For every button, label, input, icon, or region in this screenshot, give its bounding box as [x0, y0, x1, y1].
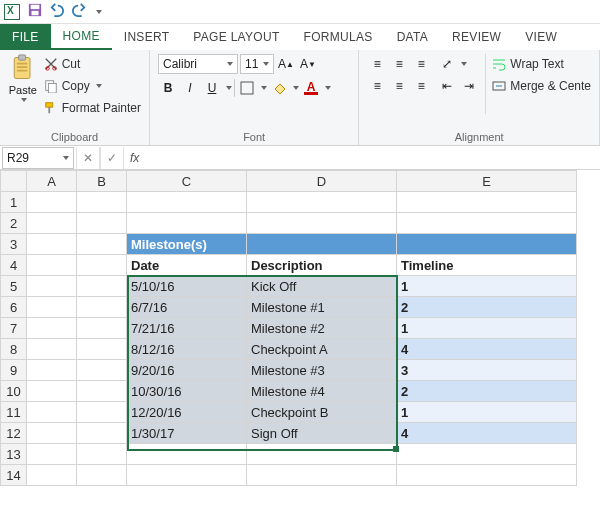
cell-E12[interactable]: 4 — [397, 423, 577, 444]
align-bottom-button[interactable]: ≡ — [411, 54, 431, 74]
cell-D4[interactable]: Description — [247, 255, 397, 276]
cell-E9[interactable]: 3 — [397, 360, 577, 381]
cell-D7[interactable]: Milestone #2 — [247, 318, 397, 339]
row-header[interactable]: 7 — [1, 318, 27, 339]
row-header[interactable]: 6 — [1, 297, 27, 318]
cell[interactable] — [127, 213, 247, 234]
decrease-font-button[interactable]: A▼ — [298, 54, 318, 74]
cell[interactable] — [127, 444, 247, 465]
bold-button[interactable]: B — [158, 78, 178, 98]
cell[interactable] — [77, 381, 127, 402]
orientation-dropdown-icon[interactable] — [461, 62, 467, 66]
borders-dropdown-icon[interactable] — [261, 86, 267, 90]
row-header[interactable]: 12 — [1, 423, 27, 444]
tab-view[interactable]: VIEW — [513, 24, 569, 50]
cell[interactable] — [397, 465, 577, 486]
merge-center-button[interactable]: Merge & Cente — [492, 76, 591, 96]
cell[interactable] — [397, 192, 577, 213]
cell-D6[interactable]: Milestone #1 — [247, 297, 397, 318]
cell[interactable] — [77, 192, 127, 213]
italic-button[interactable]: I — [180, 78, 200, 98]
copy-dropdown-icon[interactable] — [96, 84, 102, 88]
fx-icon[interactable]: fx — [124, 151, 145, 165]
cell-D12[interactable]: Sign Off — [247, 423, 397, 444]
row-header[interactable]: 8 — [1, 339, 27, 360]
cell[interactable] — [27, 339, 77, 360]
decrease-indent-button[interactable]: ⇤ — [437, 76, 457, 96]
cell[interactable] — [77, 423, 127, 444]
row-header[interactable]: 1 — [1, 192, 27, 213]
undo-icon[interactable] — [50, 3, 64, 20]
cell[interactable] — [27, 297, 77, 318]
cancel-formula-button[interactable]: ✕ — [76, 147, 100, 169]
cell[interactable] — [77, 318, 127, 339]
row-header[interactable]: 2 — [1, 213, 27, 234]
row-header[interactable]: 10 — [1, 381, 27, 402]
cell-D5[interactable]: Kick Off — [247, 276, 397, 297]
underline-dropdown-icon[interactable] — [226, 86, 232, 90]
select-all-corner[interactable] — [1, 171, 27, 192]
cell[interactable] — [27, 444, 77, 465]
tab-page-layout[interactable]: PAGE LAYOUT — [181, 24, 291, 50]
underline-button[interactable]: U — [202, 78, 222, 98]
align-right-button[interactable]: ≡ — [411, 76, 431, 96]
cell-C4[interactable]: Date — [127, 255, 247, 276]
cell-C10[interactable]: 10/30/16 — [127, 381, 247, 402]
cell-D9[interactable]: Milestone #3 — [247, 360, 397, 381]
col-header-A[interactable]: A — [27, 171, 77, 192]
cut-button[interactable]: Cut — [44, 54, 141, 74]
cell[interactable] — [27, 402, 77, 423]
row-header[interactable]: 9 — [1, 360, 27, 381]
cell[interactable] — [77, 297, 127, 318]
tab-formulas[interactable]: FORMULAS — [292, 24, 385, 50]
redo-icon[interactable] — [72, 3, 86, 20]
cell[interactable] — [27, 318, 77, 339]
save-icon[interactable] — [28, 3, 42, 20]
align-center-button[interactable]: ≡ — [389, 76, 409, 96]
cell[interactable] — [397, 444, 577, 465]
increase-font-button[interactable]: A▲ — [276, 54, 296, 74]
cell[interactable] — [127, 465, 247, 486]
cell[interactable] — [27, 234, 77, 255]
row-header[interactable]: 11 — [1, 402, 27, 423]
cell[interactable] — [397, 213, 577, 234]
cell-C12[interactable]: 1/30/17 — [127, 423, 247, 444]
font-color-button[interactable]: A — [301, 78, 321, 98]
font-name-selector[interactable]: Calibri — [158, 54, 238, 74]
tab-data[interactable]: DATA — [385, 24, 440, 50]
cell[interactable] — [27, 192, 77, 213]
cell-C11[interactable]: 12/20/16 — [127, 402, 247, 423]
align-middle-button[interactable]: ≡ — [389, 54, 409, 74]
row-header[interactable]: 13 — [1, 444, 27, 465]
borders-button[interactable] — [237, 78, 257, 98]
cell[interactable] — [77, 465, 127, 486]
cell-E5[interactable]: 1 — [397, 276, 577, 297]
row-header[interactable]: 4 — [1, 255, 27, 276]
cell-E11[interactable]: 1 — [397, 402, 577, 423]
font-size-selector[interactable]: 11 — [240, 54, 274, 74]
cell[interactable] — [77, 444, 127, 465]
fill-dropdown-icon[interactable] — [293, 86, 299, 90]
cell-E10[interactable]: 2 — [397, 381, 577, 402]
paste-dropdown-icon[interactable] — [21, 98, 27, 102]
paste-button[interactable]: Paste — [8, 54, 38, 143]
increase-indent-button[interactable]: ⇥ — [459, 76, 479, 96]
tab-review[interactable]: REVIEW — [440, 24, 513, 50]
cell[interactable] — [27, 423, 77, 444]
cell[interactable] — [247, 192, 397, 213]
fill-color-button[interactable] — [269, 78, 289, 98]
cell-D11[interactable]: Checkpoint B — [247, 402, 397, 423]
orientation-button[interactable]: ⤢ — [437, 54, 457, 74]
cell[interactable] — [27, 465, 77, 486]
cell[interactable] — [247, 444, 397, 465]
tab-insert[interactable]: INSERT — [112, 24, 182, 50]
cell-E7[interactable]: 1 — [397, 318, 577, 339]
tab-home[interactable]: HOME — [51, 24, 112, 50]
cell-D8[interactable]: Checkpoint A — [247, 339, 397, 360]
cell[interactable] — [27, 213, 77, 234]
row-header[interactable]: 3 — [1, 234, 27, 255]
cell-C9[interactable]: 9/20/16 — [127, 360, 247, 381]
cell-C6[interactable]: 6/7/16 — [127, 297, 247, 318]
formula-input[interactable] — [145, 147, 600, 169]
cell-E8[interactable]: 4 — [397, 339, 577, 360]
